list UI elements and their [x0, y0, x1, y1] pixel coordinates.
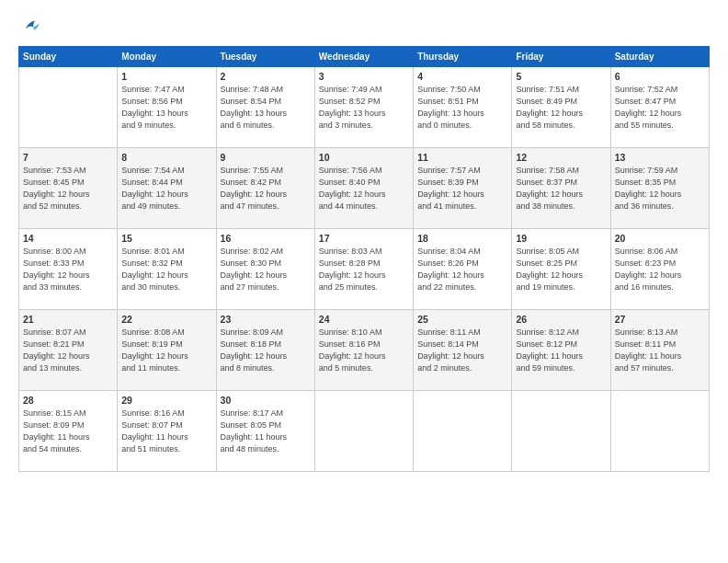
day-info: Sunrise: 8:12 AMSunset: 8:12 PMDaylight:…	[516, 327, 606, 374]
calendar-cell: 5Sunrise: 7:51 AMSunset: 8:49 PMDaylight…	[512, 67, 610, 148]
day-info: Sunrise: 7:50 AMSunset: 8:51 PMDaylight:…	[417, 84, 507, 132]
day-info: Sunrise: 8:17 AMSunset: 8:05 PMDaylight:…	[221, 408, 311, 455]
day-number: 30	[221, 395, 311, 406]
day-number: 5	[516, 71, 606, 82]
day-number: 21	[23, 314, 113, 325]
day-info: Sunrise: 8:15 AMSunset: 8:09 PMDaylight:…	[23, 408, 113, 455]
calendar-cell: 17Sunrise: 8:03 AMSunset: 8:28 PMDayligh…	[314, 229, 413, 310]
header	[18, 17, 710, 40]
day-info: Sunrise: 8:11 AMSunset: 8:14 PMDaylight:…	[417, 327, 507, 374]
day-number: 11	[417, 152, 507, 163]
calendar-cell: 4Sunrise: 7:50 AMSunset: 8:51 PMDaylight…	[414, 67, 512, 148]
week-row-1: 7Sunrise: 7:53 AMSunset: 8:45 PMDaylight…	[19, 148, 710, 229]
logo-bird-icon	[20, 17, 40, 37]
day-info: Sunrise: 8:04 AMSunset: 8:26 PMDaylight:…	[417, 246, 507, 293]
calendar-cell: 21Sunrise: 8:07 AMSunset: 8:21 PMDayligh…	[19, 310, 118, 391]
day-number: 12	[516, 152, 606, 163]
calendar-cell: 8Sunrise: 7:54 AMSunset: 8:44 PMDaylight…	[118, 148, 216, 229]
day-info: Sunrise: 8:09 AMSunset: 8:18 PMDaylight:…	[221, 327, 311, 374]
calendar-cell: 9Sunrise: 7:55 AMSunset: 8:42 PMDaylight…	[216, 148, 314, 229]
calendar-cell: 14Sunrise: 8:00 AMSunset: 8:33 PMDayligh…	[19, 229, 118, 310]
day-info: Sunrise: 8:02 AMSunset: 8:30 PMDaylight:…	[221, 246, 311, 293]
day-number: 8	[121, 152, 211, 163]
calendar-cell: 15Sunrise: 8:01 AMSunset: 8:32 PMDayligh…	[118, 229, 216, 310]
calendar-cell	[512, 391, 610, 472]
day-info: Sunrise: 8:08 AMSunset: 8:19 PMDaylight:…	[121, 327, 211, 374]
header-day-monday: Monday	[118, 47, 216, 67]
calendar-cell: 25Sunrise: 8:11 AMSunset: 8:14 PMDayligh…	[414, 310, 512, 391]
calendar-cell: 13Sunrise: 7:59 AMSunset: 8:35 PMDayligh…	[610, 148, 709, 229]
day-number: 13	[615, 152, 705, 163]
calendar-cell: 6Sunrise: 7:52 AMSunset: 8:47 PMDaylight…	[610, 67, 709, 148]
calendar-cell: 29Sunrise: 8:16 AMSunset: 8:07 PMDayligh…	[118, 391, 216, 472]
day-number: 4	[417, 71, 507, 82]
day-info: Sunrise: 8:10 AMSunset: 8:16 PMDaylight:…	[319, 327, 409, 374]
day-number: 28	[23, 395, 113, 406]
day-number: 17	[319, 233, 409, 244]
day-number: 29	[121, 395, 211, 406]
header-day-saturday: Saturday	[610, 47, 709, 67]
day-info: Sunrise: 8:07 AMSunset: 8:21 PMDaylight:…	[23, 327, 113, 374]
day-info: Sunrise: 7:59 AMSunset: 8:35 PMDaylight:…	[615, 165, 705, 213]
day-number: 15	[121, 233, 211, 244]
day-info: Sunrise: 8:00 AMSunset: 8:33 PMDaylight:…	[23, 246, 113, 293]
calendar-cell: 19Sunrise: 8:05 AMSunset: 8:25 PMDayligh…	[512, 229, 610, 310]
calendar-cell: 2Sunrise: 7:48 AMSunset: 8:54 PMDaylight…	[216, 67, 314, 148]
day-number: 6	[615, 71, 705, 82]
day-info: Sunrise: 7:55 AMSunset: 8:42 PMDaylight:…	[221, 165, 311, 213]
calendar-cell: 28Sunrise: 8:15 AMSunset: 8:09 PMDayligh…	[19, 391, 118, 472]
calendar-cell: 18Sunrise: 8:04 AMSunset: 8:26 PMDayligh…	[414, 229, 512, 310]
day-info: Sunrise: 8:16 AMSunset: 8:07 PMDaylight:…	[121, 408, 211, 455]
day-number: 24	[319, 314, 409, 325]
day-info: Sunrise: 8:05 AMSunset: 8:25 PMDaylight:…	[516, 246, 606, 293]
calendar-table: SundayMondayTuesdayWednesdayThursdayFrid…	[18, 46, 710, 472]
day-number: 2	[221, 71, 311, 82]
day-info: Sunrise: 7:52 AMSunset: 8:47 PMDaylight:…	[615, 84, 705, 132]
page: SundayMondayTuesdayWednesdayThursdayFrid…	[0, 0, 728, 563]
day-number: 9	[221, 152, 311, 163]
day-number: 7	[23, 152, 113, 163]
day-number: 1	[121, 71, 211, 82]
calendar-cell: 20Sunrise: 8:06 AMSunset: 8:23 PMDayligh…	[610, 229, 709, 310]
day-info: Sunrise: 7:53 AMSunset: 8:45 PMDaylight:…	[23, 165, 113, 213]
day-number: 16	[221, 233, 311, 244]
day-number: 27	[615, 314, 705, 325]
day-info: Sunrise: 7:47 AMSunset: 8:56 PMDaylight:…	[121, 84, 211, 132]
week-row-4: 28Sunrise: 8:15 AMSunset: 8:09 PMDayligh…	[19, 391, 710, 472]
day-info: Sunrise: 7:48 AMSunset: 8:54 PMDaylight:…	[221, 84, 311, 132]
calendar-cell: 1Sunrise: 7:47 AMSunset: 8:56 PMDaylight…	[118, 67, 216, 148]
day-info: Sunrise: 7:56 AMSunset: 8:40 PMDaylight:…	[319, 165, 409, 213]
day-number: 25	[417, 314, 507, 325]
calendar-cell	[610, 391, 709, 472]
calendar-cell: 3Sunrise: 7:49 AMSunset: 8:52 PMDaylight…	[314, 67, 413, 148]
calendar-cell	[314, 391, 413, 472]
calendar-cell: 26Sunrise: 8:12 AMSunset: 8:12 PMDayligh…	[512, 310, 610, 391]
logo	[18, 17, 40, 40]
calendar-cell: 24Sunrise: 8:10 AMSunset: 8:16 PMDayligh…	[314, 310, 413, 391]
day-info: Sunrise: 7:54 AMSunset: 8:44 PMDaylight:…	[121, 165, 211, 213]
day-info: Sunrise: 8:03 AMSunset: 8:28 PMDaylight:…	[319, 246, 409, 293]
header-day-tuesday: Tuesday	[216, 47, 314, 67]
day-info: Sunrise: 8:06 AMSunset: 8:23 PMDaylight:…	[615, 246, 705, 293]
day-info: Sunrise: 7:57 AMSunset: 8:39 PMDaylight:…	[417, 165, 507, 213]
calendar-cell: 30Sunrise: 8:17 AMSunset: 8:05 PMDayligh…	[216, 391, 314, 472]
header-day-thursday: Thursday	[414, 47, 512, 67]
day-info: Sunrise: 8:01 AMSunset: 8:32 PMDaylight:…	[121, 246, 211, 293]
day-info: Sunrise: 8:13 AMSunset: 8:11 PMDaylight:…	[615, 327, 705, 374]
day-info: Sunrise: 7:51 AMSunset: 8:49 PMDaylight:…	[516, 84, 606, 132]
day-number: 19	[516, 233, 606, 244]
calendar-cell: 10Sunrise: 7:56 AMSunset: 8:40 PMDayligh…	[314, 148, 413, 229]
header-day-wednesday: Wednesday	[314, 47, 413, 67]
week-row-2: 14Sunrise: 8:00 AMSunset: 8:33 PMDayligh…	[19, 229, 710, 310]
header-day-sunday: Sunday	[19, 47, 118, 67]
day-number: 18	[417, 233, 507, 244]
day-number: 10	[319, 152, 409, 163]
calendar-cell: 16Sunrise: 8:02 AMSunset: 8:30 PMDayligh…	[216, 229, 314, 310]
day-number: 22	[121, 314, 211, 325]
calendar-cell: 22Sunrise: 8:08 AMSunset: 8:19 PMDayligh…	[118, 310, 216, 391]
calendar-cell: 11Sunrise: 7:57 AMSunset: 8:39 PMDayligh…	[414, 148, 512, 229]
week-row-3: 21Sunrise: 8:07 AMSunset: 8:21 PMDayligh…	[19, 310, 710, 391]
header-day-friday: Friday	[512, 47, 610, 67]
calendar-cell	[414, 391, 512, 472]
week-row-0: 1Sunrise: 7:47 AMSunset: 8:56 PMDaylight…	[19, 67, 710, 148]
